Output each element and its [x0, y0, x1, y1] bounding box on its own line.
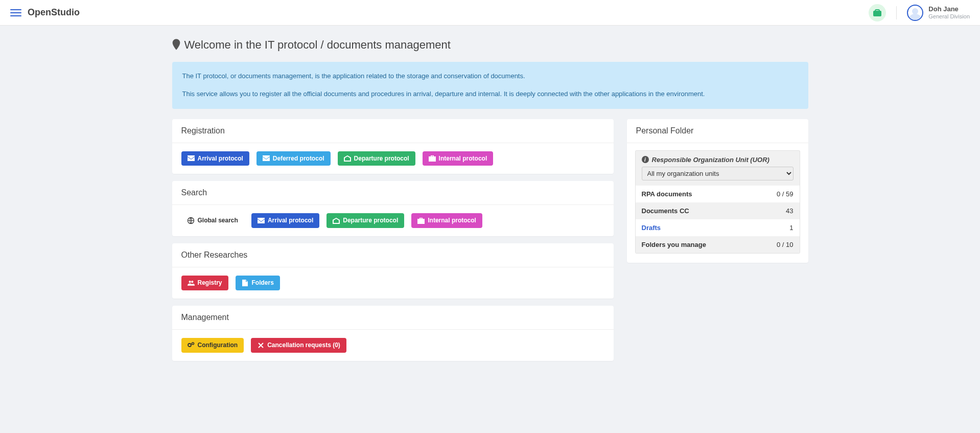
registration-body: Arrival protocol Deferred protocol Depar…: [172, 143, 614, 174]
banner-line-1: The IT protocol, or documents management…: [182, 71, 798, 82]
search-internal-button[interactable]: Internal protocol: [411, 213, 482, 228]
envelope-icon: [258, 218, 265, 224]
management-title: Management: [172, 306, 614, 330]
page: Welcome in the IT protocol / documents m…: [172, 26, 808, 389]
folders-manage-label: Folders you manage: [642, 241, 706, 248]
personal-folder-card: Personal Folder i Responsible Organizati…: [627, 119, 808, 263]
cancellation-requests-label: Cancellation requests (0): [267, 341, 340, 350]
briefcase-icon: [417, 218, 425, 224]
configuration-label: Configuration: [198, 341, 238, 350]
global-search-button[interactable]: Global search: [181, 213, 244, 228]
internal-protocol-button[interactable]: Internal protocol: [423, 151, 494, 166]
search-card: Search Global search Arrival protocol De…: [172, 181, 614, 236]
envelope-open-icon: [344, 155, 351, 162]
svg-point-3: [188, 344, 191, 347]
departure-protocol-label: Departure protocol: [354, 154, 409, 163]
envelope-icon: [188, 155, 195, 162]
envelope-icon: [263, 155, 270, 162]
row-cc[interactable]: Documents CC 43: [636, 202, 800, 219]
brand: OpenStudio: [28, 7, 80, 18]
briefcase-button[interactable]: [869, 4, 886, 21]
cc-value: 43: [786, 207, 793, 215]
personal-folder-title: Personal Folder: [627, 119, 808, 143]
registry-label: Registry: [198, 279, 222, 287]
topbar: OpenStudio Doh Jane General Division: [0, 0, 980, 26]
uor-select[interactable]: All my organization units: [642, 167, 794, 180]
management-card: Management Configuration Cancellation re…: [172, 306, 614, 361]
drafts-label: Drafts: [642, 224, 661, 232]
globe-icon: [188, 218, 195, 224]
internal-protocol-label: Internal protocol: [439, 154, 487, 163]
arrival-protocol-button[interactable]: Arrival protocol: [181, 151, 249, 166]
uor-label: Responsible Organization Unit (UOR): [652, 156, 769, 164]
pin-icon: [172, 39, 180, 52]
departure-protocol-button[interactable]: Departure protocol: [338, 151, 415, 166]
deferred-protocol-label: Deferred protocol: [273, 154, 324, 163]
row-rpa[interactable]: RPA documents 0 / 59: [636, 186, 800, 202]
stat-table: RPA documents 0 / 59 Documents CC 43 Dra…: [635, 186, 800, 254]
svg-point-2: [191, 281, 193, 283]
svg-point-4: [192, 343, 194, 345]
briefcase-icon: [873, 9, 881, 16]
other-title: Other Researches: [172, 243, 614, 267]
page-title: Welcome in the IT protocol / documents m…: [184, 38, 451, 52]
columns: Registration Arrival protocol Deferred p…: [172, 119, 808, 368]
svg-point-1: [189, 281, 191, 283]
page-header: Welcome in the IT protocol / documents m…: [172, 38, 808, 52]
uor-label-row: i Responsible Organization Unit (UOR): [642, 156, 794, 164]
user-menu[interactable]: Doh Jane General Division: [907, 5, 970, 21]
close-icon: [257, 342, 264, 348]
avatar: [907, 5, 923, 21]
rpa-label: RPA documents: [642, 190, 692, 198]
users-icon: [188, 280, 195, 286]
search-departure-button[interactable]: Departure protocol: [326, 213, 404, 228]
registry-button[interactable]: Registry: [181, 276, 228, 290]
drafts-value: 1: [789, 224, 793, 232]
side-column: Personal Folder i Responsible Organizati…: [627, 119, 808, 270]
briefcase-icon: [429, 155, 436, 162]
other-body: Registry Folders: [172, 267, 614, 299]
personal-folder-body: i Responsible Organization Unit (UOR) Al…: [627, 143, 808, 263]
file-icon: [242, 280, 249, 286]
other-researches-card: Other Researches Registry Folders: [172, 243, 614, 299]
configuration-button[interactable]: Configuration: [181, 338, 244, 353]
search-arrival-label: Arrival protocol: [268, 216, 313, 225]
user-name: Doh Jane: [928, 5, 970, 13]
rpa-value: 0 / 59: [777, 190, 794, 198]
deferred-protocol-button[interactable]: Deferred protocol: [256, 151, 331, 166]
search-body: Global search Arrival protocol Departure…: [172, 205, 614, 236]
folders-button[interactable]: Folders: [236, 276, 280, 290]
search-departure-label: Departure protocol: [343, 216, 398, 225]
cancellation-requests-button[interactable]: Cancellation requests (0): [251, 338, 346, 353]
search-arrival-button[interactable]: Arrival protocol: [251, 213, 319, 228]
registration-title: Registration: [172, 119, 614, 143]
search-internal-label: Internal protocol: [428, 216, 476, 225]
info-icon: i: [642, 156, 649, 163]
management-body: Configuration Cancellation requests (0): [172, 330, 614, 361]
gears-icon: [188, 342, 195, 348]
cc-label: Documents CC: [642, 207, 689, 215]
row-drafts[interactable]: Drafts 1: [636, 219, 800, 236]
global-search-label: Global search: [198, 216, 238, 225]
folders-label: Folders: [252, 279, 274, 287]
user-subtitle: General Division: [928, 13, 970, 20]
envelope-open-icon: [333, 218, 340, 224]
info-banner: The IT protocol, or documents management…: [172, 62, 808, 109]
registration-card: Registration Arrival protocol Deferred p…: [172, 119, 614, 174]
row-folders-manage[interactable]: Folders you manage 0 / 10: [636, 236, 800, 253]
menu-icon[interactable]: [10, 9, 21, 16]
folders-manage-value: 0 / 10: [777, 241, 794, 248]
arrival-protocol-label: Arrival protocol: [198, 154, 243, 163]
divider: [896, 6, 897, 19]
main-column: Registration Arrival protocol Deferred p…: [172, 119, 614, 368]
search-title: Search: [172, 181, 614, 205]
topbar-left: OpenStudio: [10, 7, 80, 18]
topbar-right: Doh Jane General Division: [869, 4, 970, 21]
banner-line-2: This service allows you to register all …: [182, 89, 798, 100]
user-text: Doh Jane General Division: [928, 5, 970, 20]
uor-box: i Responsible Organization Unit (UOR) Al…: [635, 150, 800, 186]
